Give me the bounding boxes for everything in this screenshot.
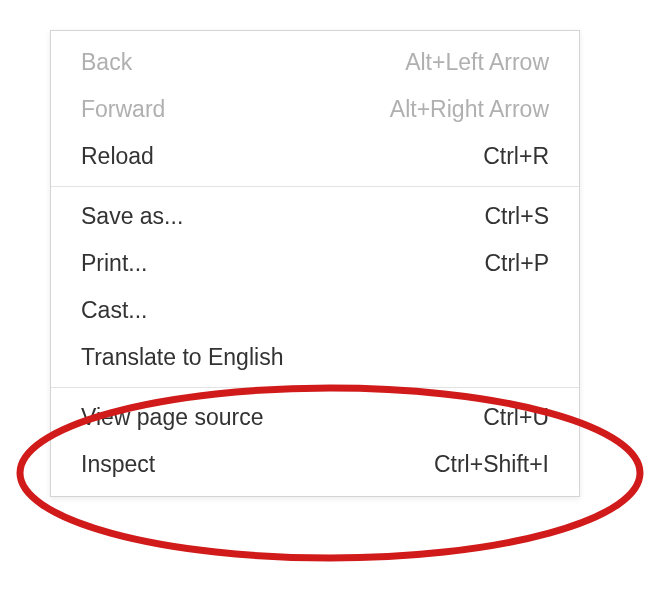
menu-shortcut: Ctrl+U	[483, 404, 549, 431]
menu-item-cast[interactable]: Cast...	[51, 287, 579, 334]
menu-label: Print...	[81, 250, 484, 277]
menu-shortcut: Ctrl+R	[483, 143, 549, 170]
menu-label: View page source	[81, 404, 483, 431]
menu-label: Back	[81, 49, 405, 76]
menu-label: Reload	[81, 143, 483, 170]
menu-shortcut: Ctrl+S	[484, 203, 549, 230]
menu-separator	[51, 186, 579, 187]
menu-label: Translate to English	[81, 344, 549, 371]
menu-item-forward: Forward Alt+Right Arrow	[51, 86, 579, 133]
menu-item-print[interactable]: Print... Ctrl+P	[51, 240, 579, 287]
menu-label: Inspect	[81, 451, 434, 478]
menu-shortcut: Ctrl+P	[484, 250, 549, 277]
menu-label: Forward	[81, 96, 390, 123]
menu-label: Cast...	[81, 297, 549, 324]
menu-separator	[51, 387, 579, 388]
menu-item-translate[interactable]: Translate to English	[51, 334, 579, 381]
menu-item-back: Back Alt+Left Arrow	[51, 39, 579, 86]
menu-shortcut: Alt+Left Arrow	[405, 49, 549, 76]
menu-item-inspect[interactable]: Inspect Ctrl+Shift+I	[51, 441, 579, 488]
menu-item-save-as[interactable]: Save as... Ctrl+S	[51, 193, 579, 240]
menu-item-reload[interactable]: Reload Ctrl+R	[51, 133, 579, 180]
menu-shortcut: Ctrl+Shift+I	[434, 451, 549, 478]
context-menu: Back Alt+Left Arrow Forward Alt+Right Ar…	[50, 30, 580, 497]
menu-item-view-source[interactable]: View page source Ctrl+U	[51, 394, 579, 441]
menu-shortcut: Alt+Right Arrow	[390, 96, 549, 123]
menu-label: Save as...	[81, 203, 484, 230]
